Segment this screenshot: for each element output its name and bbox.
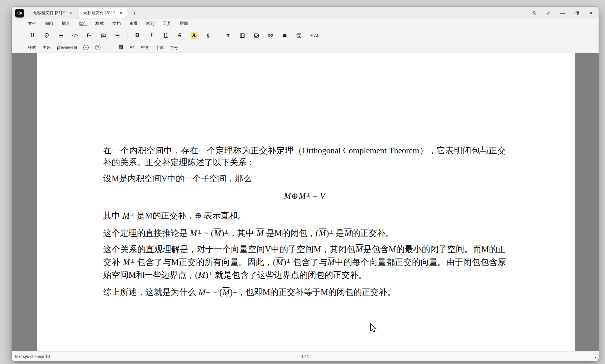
highlight-button[interactable]: A: [189, 30, 199, 40]
tab-close-icon[interactable]: ×: [119, 11, 123, 16]
text-segment: 综上所述，这就是为什么: [103, 288, 198, 297]
underline-button[interactable]: U: [161, 30, 171, 40]
app-logo-icon: [15, 9, 24, 18]
document-page[interactable]: 在一个内积空间中，存在一个定理称为正交补定理（Orthogonal Comple…: [37, 53, 575, 351]
text-segment: 是M的正交补，⊕ 表示直和。: [135, 211, 246, 220]
text-segment: M: [122, 211, 130, 220]
pin-window-icon[interactable]: [545, 10, 551, 16]
sparkle-icon: [309, 33, 313, 37]
menu-item-6[interactable]: 查看: [127, 20, 139, 27]
text-segment: ，也即M的正交补等于M的闭包的正交补。: [237, 288, 395, 297]
menu-item-2[interactable]: 插入: [60, 20, 72, 27]
font-button[interactable]: 字体: [155, 45, 164, 51]
account-icon[interactable]: [531, 10, 537, 16]
toolbar-divider: [127, 32, 127, 39]
window-controls: — ×: [531, 10, 594, 16]
minimize-button[interactable]: —: [559, 10, 566, 16]
ai-assistant-button[interactable]: AI: [308, 30, 320, 40]
menu-item-4[interactable]: 格式: [94, 20, 106, 27]
text-segment: M: [344, 229, 352, 238]
link-icon[interactable]: [265, 30, 276, 40]
heading-button[interactable]: H: [27, 30, 37, 40]
menu-item-9[interactable]: 帮助: [178, 20, 190, 27]
math-button[interactable]: π: [223, 30, 233, 40]
app-window: 无标题文件 [31] *×无标题文件 [31] *× + —: [12, 7, 599, 361]
menu-item-8[interactable]: 工具: [161, 20, 173, 27]
preview-ref-button[interactable]: preview-ref: [57, 45, 77, 50]
list-detail-icon[interactable]: [112, 30, 122, 40]
terminal-panel-icon[interactable]: [294, 30, 304, 40]
ai-label: AI: [314, 33, 318, 38]
document-content: 在一个内积空间中，存在一个定理称为正交补定理（Orthogonal Comple…: [37, 53, 575, 298]
tab-close-icon[interactable]: ×: [69, 11, 72, 16]
add-circle-icon[interactable]: +: [83, 45, 89, 50]
tab-1[interactable]: 无标题文件 [31] *×: [79, 8, 126, 18]
paragraph: 其中 M⊥ 是M的正交补，⊕ 表示直和。: [103, 209, 506, 221]
theme-button[interactable]: 主题: [42, 45, 51, 51]
text-segment: ): [205, 270, 208, 279]
text-segment: =: [311, 191, 320, 201]
new-tab-button[interactable]: +: [131, 10, 138, 16]
page-view-icon[interactable]: [118, 44, 123, 51]
document-area: 在一个内积空间中，存在一个定理称为正交补定理（Orthogonal Comple…: [12, 53, 599, 351]
text-segment: M: [190, 229, 197, 238]
text-segment: ⊥: [208, 271, 213, 276]
highlight-label: A: [191, 32, 198, 39]
text-segment: M: [327, 257, 335, 267]
text-segment: ⊕: [291, 191, 298, 201]
ink-color-icon[interactable]: [203, 30, 213, 40]
text-segment: ): [221, 229, 224, 238]
menu-item-5[interactable]: 文档: [111, 20, 122, 27]
text-segment: ⊥: [130, 258, 135, 264]
tab-0[interactable]: 无标题文件 [31] *×: [29, 8, 76, 18]
screen: { "tabbar": { "tabs": [ { "label": "无标题文…: [0, 0, 605, 364]
text-segment: 其中: [103, 211, 122, 220]
text-segment: M: [284, 191, 291, 201]
text-segment: ⊥: [206, 288, 210, 294]
text-segment: = (: [210, 288, 222, 297]
bookmark-flag-icon[interactable]: [280, 30, 290, 40]
text-segment: M: [256, 229, 264, 238]
table-icon[interactable]: [237, 30, 247, 40]
text-segment: 在一个内积空间中，存在一个定理称为正交补定理（Orthogonal Comple…: [103, 146, 506, 167]
text-segment: M: [198, 270, 206, 279]
text-segment: 是: [334, 229, 344, 238]
paragraph-lines-icon[interactable]: [56, 30, 66, 40]
paragraph: 设M是内积空间V中的一个子空间，那么: [103, 173, 506, 184]
anchor-pin-icon[interactable]: [41, 30, 52, 40]
language-button[interactable]: 中文: [141, 45, 149, 51]
menu-item-1[interactable]: 编辑: [43, 20, 55, 27]
text-segment: 包含了与: [291, 257, 327, 267]
comment-icon[interactable]: [98, 30, 108, 40]
strikethrough-button[interactable]: S: [175, 30, 185, 40]
style-button[interactable]: 样式: [28, 45, 36, 51]
menu-item-3[interactable]: 焦点: [77, 20, 89, 27]
text-segment: = (: [202, 229, 214, 238]
format-bar: 样式 主题 preview-ref + ? A4 中文 字体 字号: [12, 42, 599, 53]
page-size-button[interactable]: A4: [129, 45, 135, 50]
menu-item-7[interactable]: 转到: [144, 20, 156, 27]
image-icon[interactable]: [251, 30, 261, 40]
text-segment: M: [276, 257, 283, 267]
font-size-button[interactable]: 字号: [170, 45, 178, 51]
bold-button[interactable]: B: [132, 30, 142, 40]
menu-bar: 文件编辑插入焦点格式文档查看转到工具帮助: [12, 19, 599, 28]
equation: M⊕M⊥ = V: [103, 189, 506, 202]
close-window-button[interactable]: ×: [588, 10, 594, 16]
text-segment: 这个关系的直观理解是，对于一个向量空间V中的子空间M，其闭包: [103, 245, 355, 254]
maximize-restore-button[interactable]: [574, 10, 580, 16]
text-segment: ⊥: [197, 229, 202, 235]
text-segment: ⊥: [224, 229, 229, 235]
paragraph: 综上所述，这就是为什么 M⊥ = (M)⊥，也即M的正交补等于M的闭包的正交补。: [103, 285, 506, 298]
text-segment: 的正交补。: [352, 229, 394, 238]
help-circle-icon[interactable]: ?: [95, 45, 100, 50]
text-segment: M: [318, 229, 326, 238]
code-block-button[interactable]: </>: [70, 30, 80, 40]
italic-button[interactable]: I: [146, 30, 156, 40]
status-dot: [595, 357, 596, 358]
menu-item-0[interactable]: 文件: [26, 20, 38, 27]
text-segment: V: [320, 191, 325, 201]
outline-tree-icon[interactable]: [84, 30, 94, 40]
toolbar: H </>: [12, 28, 599, 42]
text-segment: ⊥: [286, 258, 291, 264]
